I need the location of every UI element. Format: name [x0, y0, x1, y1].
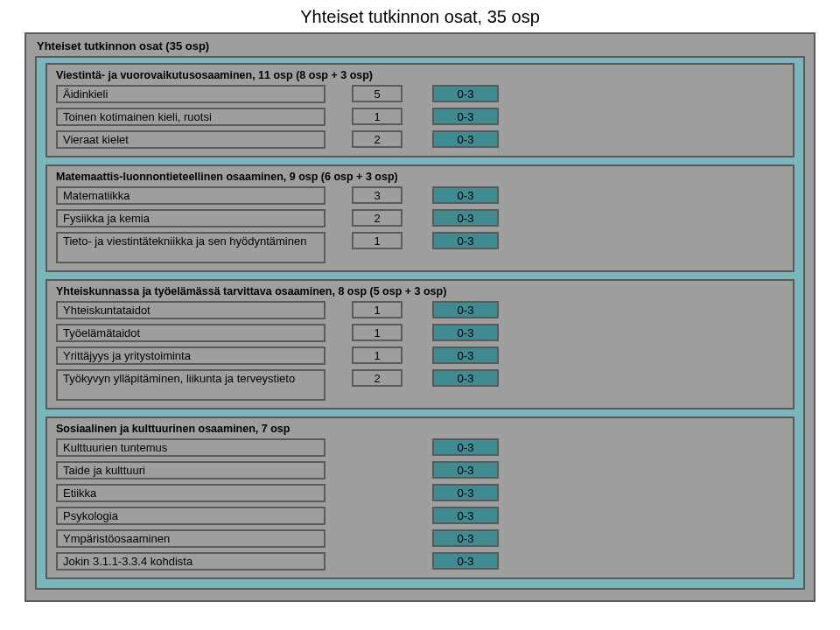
credit-range: 0-3: [432, 209, 499, 227]
credit-range: 0-3: [432, 232, 499, 249]
outer-title: Yhteiset tutkinnon osat (35 osp): [35, 38, 805, 56]
credit-value: 1: [352, 108, 402, 125]
subject-name: Yhteiskuntataidot: [56, 301, 326, 319]
row: Yrittäjyys ja yritystoiminta10-3: [56, 346, 784, 365]
credit-range: 0-3: [432, 461, 499, 479]
row: Jokin 3.1.1-3.3.4 kohdista0-3: [56, 552, 784, 570]
credit-range: 0-3: [432, 529, 499, 547]
credit-range: 0-3: [432, 438, 499, 456]
credit-range: 0-3: [432, 85, 499, 102]
row: Toinen kotimainen kieli, ruotsi10-3: [56, 108, 784, 126]
credit-range: 0-3: [432, 552, 499, 570]
credit-range: 0-3: [432, 108, 499, 125]
section-title: Matemaattis-luonnontieteellinen osaamine…: [56, 170, 784, 186]
row: Taide ja kulttuuri0-3: [56, 461, 784, 480]
subject-name: Kulttuurien tuntemus: [56, 438, 326, 457]
credit-range: 0-3: [432, 130, 499, 148]
credit-value: 1: [352, 346, 402, 364]
row: Ympäristöosaaminen0-3: [56, 529, 784, 548]
subject-name: Jokin 3.1.1-3.3.4 kohdista: [56, 552, 326, 570]
row: Psykologia0-3: [56, 507, 784, 525]
credit-value: 2: [352, 130, 402, 148]
subject-name: Äidinkieli: [56, 85, 326, 103]
subject-name: Tieto- ja viestintätekniikka ja sen hyöd…: [56, 232, 326, 263]
row: Fysiikka ja kemia20-3: [56, 209, 784, 228]
section-title: Yhteiskunnassa ja työelämässä tarvittava…: [56, 284, 784, 301]
credit-value: 1: [352, 301, 402, 318]
credit-range: 0-3: [432, 484, 499, 501]
row: Työelämätaidot10-3: [56, 324, 784, 342]
outer-panel: Yhteiset tutkinnon osat (35 osp) Viestin…: [24, 32, 816, 602]
credit-range: 0-3: [432, 369, 499, 387]
row: Äidinkieli50-3: [56, 85, 784, 103]
credit-value: 1: [352, 232, 402, 249]
subject-name: Vieraat kielet: [56, 130, 326, 149]
subject-name: Matematiikka: [56, 186, 326, 205]
row: Kulttuurien tuntemus0-3: [56, 438, 784, 457]
row: Matematiikka30-3: [56, 186, 784, 205]
section-title: Viestintä- ja vuorovaikutusosaaminen, 11…: [56, 68, 784, 85]
section: Viestintä- ja vuorovaikutusosaaminen, 11…: [46, 63, 794, 158]
row: Työkyvyn ylläpitäminen, liikunta ja terv…: [56, 369, 784, 401]
subject-name: Toinen kotimainen kieli, ruotsi: [56, 108, 326, 126]
credit-value: 2: [352, 369, 402, 387]
credit-value: 5: [352, 85, 402, 102]
page-title: Yhteiset tutkinnon osat, 35 osp: [0, 7, 840, 27]
section: Yhteiskunnassa ja työelämässä tarvittava…: [46, 279, 794, 410]
section: Matemaattis-luonnontieteellinen osaamine…: [46, 164, 794, 272]
row: Yhteiskuntataidot10-3: [56, 301, 784, 319]
section: Sosiaalinen ja kulttuurinen osaaminen, 7…: [46, 416, 794, 579]
credit-range: 0-3: [432, 507, 499, 524]
subject-name: Työelämätaidot: [56, 324, 326, 342]
subject-name: Taide ja kulttuuri: [56, 461, 326, 480]
section-title: Sosiaalinen ja kulttuurinen osaaminen, 7…: [56, 422, 784, 438]
subject-name: Työkyvyn ylläpitäminen, liikunta ja terv…: [56, 369, 326, 401]
subject-name: Fysiikka ja kemia: [56, 209, 326, 228]
row: Etiikka0-3: [56, 484, 784, 502]
row: Vieraat kielet20-3: [56, 130, 784, 149]
subject-name: Etiikka: [56, 484, 326, 502]
inner-panel: Viestintä- ja vuorovaikutusosaaminen, 11…: [35, 56, 805, 590]
row: Tieto- ja viestintätekniikka ja sen hyöd…: [56, 232, 784, 263]
credit-range: 0-3: [432, 324, 499, 341]
subject-name: Psykologia: [56, 507, 326, 525]
credit-value: 2: [352, 209, 402, 227]
subject-name: Ympäristöosaaminen: [56, 529, 326, 548]
subject-name: Yrittäjyys ja yritystoiminta: [56, 346, 326, 365]
credit-range: 0-3: [432, 301, 499, 318]
credit-value: 1: [352, 324, 402, 341]
credit-range: 0-3: [432, 186, 499, 204]
credit-value: 3: [352, 186, 402, 204]
credit-range: 0-3: [432, 346, 499, 364]
